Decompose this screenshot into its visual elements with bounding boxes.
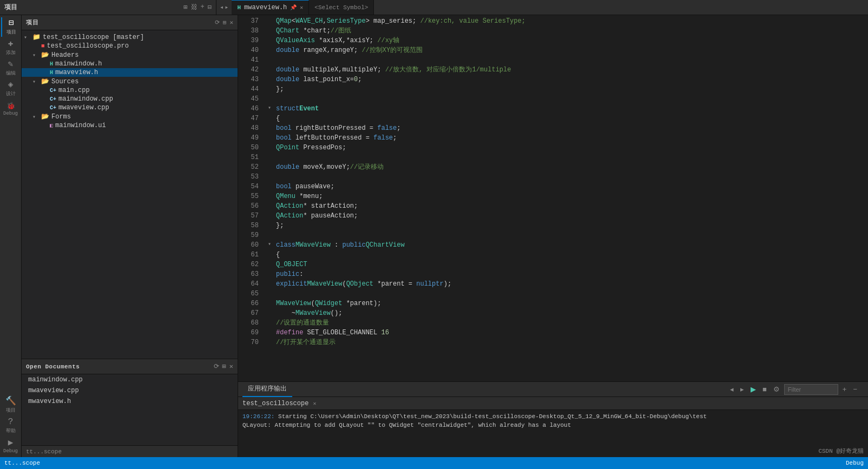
output-line-2: QLayout: Attempting to add QLayout "" to… [242, 421, 864, 430]
btn-forward[interactable]: ▸ [738, 384, 746, 394]
output-close-btn[interactable]: ✕ [313, 400, 316, 407]
code-line: QAction* pauseAction; [276, 211, 868, 221]
btn-plus[interactable]: + [840, 384, 849, 394]
line-number: 61 [238, 250, 259, 260]
tree-item-mainwindow-h[interactable]: H mainwindow.h [22, 60, 238, 68]
line-number: 66 [238, 299, 259, 308]
code-line: Q_OBJECT [276, 260, 868, 269]
nav-forward[interactable]: ▸ [225, 3, 228, 11]
code-line: double last_point_x=0; [276, 75, 868, 84]
tree-item-main-cpp[interactable]: C+ main.cpp [22, 86, 238, 95]
code-line: //设置的通道数量 [276, 318, 868, 328]
sidebar-label-debug2: Debug [3, 448, 18, 454]
btn-back[interactable]: ◂ [728, 384, 736, 394]
fold-button[interactable]: ▾ [268, 241, 271, 247]
filter-icon[interactable]: ⊞ [183, 3, 187, 11]
tree-item-forms[interactable]: ▾ 📂 Forms [22, 112, 238, 121]
code-line: MWaveView(QWidget *parent); [276, 299, 868, 308]
build-icon: 🔨 [5, 397, 16, 406]
code-editor[interactable]: 3738394041424344454647484950515253545556… [238, 15, 868, 381]
code-line [276, 289, 868, 299]
code-line: class MWaveView : public QChartView [276, 240, 868, 250]
editor-tabs: H mwaveview.h 📌 ✕ <Select Symbol> [232, 0, 868, 15]
tree-item-root[interactable]: ▾ 📁 test_oscilloscope [master] [22, 32, 238, 42]
tree-item-mainwindow-cpp[interactable]: C+ mainwindow.cpp [22, 95, 238, 103]
line-number: 67 [238, 308, 259, 318]
sidebar-label-help: 帮助 [6, 427, 16, 434]
output-content: 19:26:22: Starting C:\Users\Admin\Deskto… [238, 410, 868, 457]
tab-mwaveview-h[interactable]: H mwaveview.h 📌 ✕ [232, 0, 309, 15]
tree-item-headers[interactable]: ▾ 📂 Headers [22, 50, 238, 60]
code-line: QValueAxis *axisX,*axisY; //xy轴 [276, 36, 868, 45]
filter-input[interactable] [784, 384, 838, 395]
code-line: double rangeX,rangeY; //控制XY的可视范围 [276, 45, 868, 55]
tree-label-mainwindow-h: mainwindow.h [55, 60, 102, 68]
line-number: 40 [238, 45, 259, 55]
btn-stop[interactable]: ■ [760, 384, 769, 394]
expand-icon2[interactable]: ⊞ [222, 362, 226, 371]
panel-header-icons: ⟳ ⊞ ✕ [215, 19, 233, 26]
tree-label-mwaveview-h: mwaveview.h [55, 69, 98, 76]
expand-icon[interactable]: ⊞ [223, 19, 227, 26]
tree-item-sources[interactable]: ▾ 📂 Sources [22, 77, 238, 86]
line-number: 70 [238, 338, 259, 347]
code-line [276, 172, 868, 182]
fold-gutter: ▾▾ [265, 15, 274, 381]
nav-arrows: ◂ ▸ [216, 3, 232, 11]
doc-mwaveview-cpp[interactable]: mwaveview.cpp [22, 385, 238, 396]
nav-back[interactable]: ◂ [220, 3, 223, 11]
code-lines[interactable]: QMap<WAVE_CH,SeriesType> map_series; //k… [274, 15, 868, 381]
btn-run[interactable]: ▶ [748, 384, 758, 394]
status-scope: tt...scope [4, 460, 40, 466]
tree-label-main-cpp: main.cpp [58, 87, 90, 94]
sidebar-item-build[interactable]: 🔨 项目 [1, 395, 21, 415]
tab-select-symbol[interactable]: <Select Symbol> [309, 0, 374, 15]
pro-icon: ■ [41, 43, 45, 49]
line-number: 65 [238, 289, 259, 299]
line-number: 64 [238, 279, 259, 289]
code-line: QChart *chart;//图纸 [276, 26, 868, 36]
line-number: 56 [238, 201, 259, 211]
scope-label: tt...scope [22, 445, 238, 457]
sidebar-item-debug2[interactable]: ▶ Debug [1, 437, 21, 456]
line-number: 45 [238, 94, 259, 104]
btn-settings[interactable]: ⚙ [771, 384, 782, 394]
tree-label-mainwindow-ui: mainwindow.ui [55, 122, 106, 129]
cpp-icon-main: C+ [50, 88, 56, 94]
open-docs-list: mainwindow.cpp mwaveview.cpp mwaveview.h [22, 374, 238, 445]
status-right: Debug [846, 460, 864, 466]
add-icon[interactable]: + [201, 3, 205, 11]
more-icon[interactable]: ⊟ [208, 3, 212, 11]
close-docs-icon[interactable]: ✕ [229, 362, 233, 371]
doc-mainwindow-cpp[interactable]: mainwindow.cpp [22, 374, 238, 385]
timestamp-1: 19:26:22: [242, 413, 274, 420]
sidebar-item-add[interactable]: ✚ 添加 [1, 38, 21, 57]
bottom-panel: 应用程序输出 ◂ ▸ ▶ ■ ⚙ + − test_oscilloscope ✕ [238, 381, 868, 457]
doc-mwaveview-h[interactable]: mwaveview.h [22, 396, 238, 407]
tree-item-mainwindow-ui[interactable]: ◧ mainwindow.ui [22, 121, 238, 130]
app-output-label: 应用程序输出 [248, 384, 287, 393]
sidebar-item-design[interactable]: ◈ 设计 [1, 79, 21, 98]
tree-item-pro[interactable]: ■ test_oscilloscope.pro [22, 42, 238, 50]
sidebar-item-project[interactable]: ⊟ 项目 [1, 17, 21, 37]
tab-app-output[interactable]: 应用程序输出 [242, 382, 292, 397]
tree-label-sources: Sources [51, 78, 78, 85]
tree-item-mwaveview-h[interactable]: H mwaveview.h [22, 68, 238, 77]
folder-icon-root: 📁 [32, 33, 41, 41]
tree-item-mwaveview-cpp[interactable]: C+ mwaveview.cpp [22, 103, 238, 112]
close-panel-icon[interactable]: ✕ [229, 19, 233, 26]
line-number: 62 [238, 260, 259, 269]
file-tree-header: 项目 ⟳ ⊞ ✕ [22, 15, 238, 30]
tab-close-mwaveview-h[interactable]: ✕ [300, 4, 303, 11]
sync-icon[interactable]: ⟳ [215, 19, 220, 26]
fold-button[interactable]: ▾ [268, 105, 271, 111]
main-layout: ⊟ 项目 ✚ 添加 ✎ 编辑 ◈ 设计 🐞 Debug 🔨 项目 ? 帮助 ▶ [0, 15, 868, 457]
link-icon[interactable]: ⛓ [191, 3, 198, 11]
btn-minus[interactable]: − [851, 384, 859, 394]
sidebar-item-help[interactable]: ? 帮助 [1, 416, 21, 435]
sidebar-item-edit[interactable]: ✎ 编辑 [1, 58, 21, 78]
line-number: 43 [238, 75, 259, 84]
sync-icon2[interactable]: ⟳ [214, 362, 219, 371]
expand-arrow-headers: ▾ [32, 52, 39, 58]
sidebar-item-debug[interactable]: 🐞 Debug [1, 100, 21, 119]
